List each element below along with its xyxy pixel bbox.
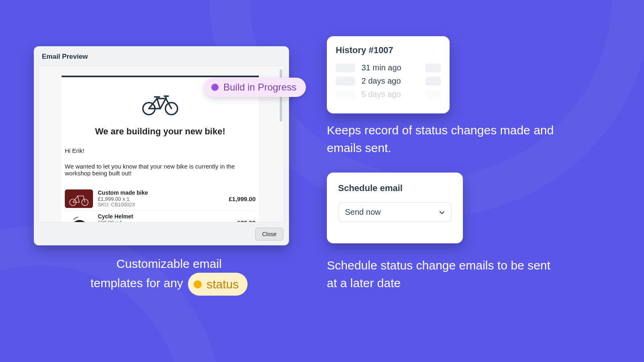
placeholder-bar [336, 90, 355, 99]
product-name: Custom made bike [98, 189, 229, 196]
placeholder-bar [425, 77, 441, 86]
placeholder-bar [336, 77, 355, 86]
product-name: Cycle Helmet [98, 213, 237, 220]
status-chip: status [188, 273, 248, 296]
placeholder-bar [336, 64, 355, 72]
schedule-email-card: Schedule email Send now [327, 173, 463, 243]
chevron-down-icon [439, 210, 445, 215]
history-time: 5 days ago [355, 90, 425, 99]
email-heading: We are building your new bike! [62, 126, 259, 137]
history-row: 2 days ago [327, 74, 450, 88]
history-title: History #1007 [327, 45, 450, 61]
product-row: Cycle Helmet £39.00 x 1 £39.00 [65, 210, 256, 222]
email-body-text: We wanted to let you know that your new … [65, 163, 259, 177]
schedule-title: Schedule email [338, 183, 452, 193]
email-product-list: Custom made bike £1,999.00 x 1 SKU: CB10… [65, 187, 256, 222]
product-sku: SKU: CB10002X [98, 202, 229, 208]
bicycle-icon [140, 92, 180, 116]
caption-text: templates for any [91, 276, 183, 290]
product-total: £39.00 [237, 219, 256, 223]
schedule-select[interactable]: Send now [338, 202, 452, 222]
status-pill-label: Build in Progress [223, 82, 296, 93]
history-caption: Keeps record of status changes made and … [327, 121, 556, 156]
product-total: £1,999.00 [229, 195, 256, 202]
schedule-selected-value: Send now [345, 208, 381, 217]
history-row: 5 days ago [327, 88, 450, 101]
product-row: Custom made bike £1,999.00 x 1 SKU: CB10… [65, 187, 256, 210]
status-pill-build-in-progress: Build in Progress [204, 78, 306, 97]
history-card: History #1007 31 min ago 2 days ago 5 da… [327, 36, 450, 113]
schedule-caption: Schedule status change emails to be sent… [327, 257, 556, 292]
caption-line: Customizable email [62, 255, 276, 273]
product-qty-price: £39.00 x 1 [98, 220, 237, 222]
status-dot-icon [194, 280, 202, 288]
caption-line: templates for any status [62, 273, 276, 296]
history-row: 31 min ago [327, 61, 450, 74]
email-preview-modal: Email Preview [34, 46, 289, 245]
close-button[interactable]: Close [255, 228, 283, 241]
email-template-caption: Customizable email templates for any sta… [62, 255, 276, 296]
history-time: 2 days ago [355, 76, 425, 86]
product-thumbnail [65, 189, 93, 208]
email-content: We are building your new bike! Hi Erik! … [62, 76, 259, 222]
status-chip-label: status [206, 275, 239, 293]
product-qty-price: £1,999.00 x 1 [98, 196, 229, 202]
placeholder-bar [425, 90, 441, 99]
placeholder-bar [425, 64, 441, 72]
email-preview-title: Email Preview [34, 46, 289, 66]
status-dot-icon [211, 84, 219, 91]
email-greeting: Hi Erik! [65, 147, 259, 154]
svg-rect-2 [65, 189, 93, 208]
product-thumbnail [65, 213, 93, 222]
history-time: 31 min ago [355, 63, 425, 72]
